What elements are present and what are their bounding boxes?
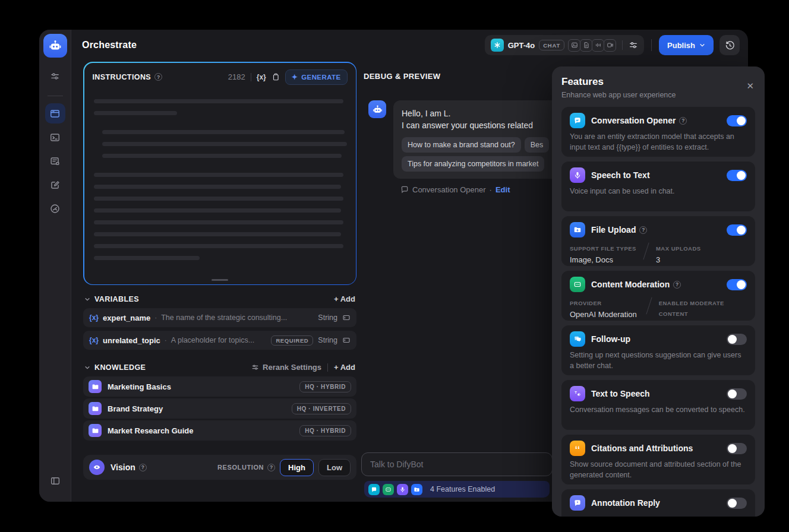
knowledge-row[interactable]: Brand Strategy HQ · INVERTED (83, 398, 356, 419)
chevron-down-icon[interactable] (84, 296, 90, 302)
sidebar (39, 30, 71, 502)
divider (327, 363, 328, 372)
separator: · (154, 314, 157, 322)
model-name: GPT-4o (508, 41, 535, 50)
preferences-icon[interactable] (45, 66, 65, 86)
add-variable-button[interactable]: + Add (334, 294, 355, 303)
variables-title: VARIABLES (94, 295, 139, 303)
variable-type: String (318, 336, 337, 344)
model-mode-badge: CHAT (539, 40, 564, 50)
knowledge-row[interactable]: Market Research Guide HQ · HYBRID (83, 420, 356, 441)
knowledge-badge: HQ · HYBRID (299, 425, 351, 436)
features-subtitle: Enhance web app user experience (561, 91, 755, 99)
suggestion-chip[interactable]: How to make a brand stand out? (402, 137, 521, 153)
publish-button[interactable]: Publish (659, 35, 714, 55)
sparkle-icon: ✦ (292, 74, 298, 81)
vision-capability-icon (568, 39, 580, 52)
chevron-down-icon[interactable] (84, 365, 90, 370)
sidebar-item-orchestrate[interactable] (45, 103, 65, 124)
knowledge-name: Brand Strategy (108, 404, 163, 413)
follow-up-toggle[interactable] (727, 334, 747, 345)
suggestion-chip[interactable]: Bes (525, 137, 550, 153)
knowledge-folder-icon (89, 402, 102, 415)
input-field-icon (342, 314, 351, 322)
sidebar-item-annotations[interactable] (45, 175, 65, 195)
collapse-sidebar-icon[interactable] (45, 471, 65, 491)
speech-to-text-icon (570, 167, 585, 183)
insert-variable-icon[interactable]: {x} (257, 73, 266, 81)
bot-avatar (368, 100, 386, 118)
sidebar-item-monitoring[interactable] (45, 198, 65, 218)
separator: · (165, 336, 167, 344)
resolution-low-button[interactable]: Low (318, 459, 351, 476)
suggestion-chip[interactable]: Tips for analyzing competitors in market (402, 156, 544, 172)
video-capability-icon (604, 39, 616, 52)
sidebar-item-terminal[interactable] (45, 127, 65, 147)
citations-toggle[interactable] (727, 443, 747, 454)
feature-description: Conversation messages can be converted t… (570, 405, 747, 416)
features-summary: 4 Features Enabled (430, 485, 495, 493)
input-field-icon (342, 336, 351, 344)
field-label: ENABLED MODERATE CONTENT (659, 300, 724, 317)
field-label: SUPPORT FILE TYPES (570, 245, 636, 252)
close-icon[interactable]: ✕ (746, 81, 754, 91)
model-capability-icons (569, 39, 616, 52)
app-logo-robot[interactable] (43, 34, 67, 58)
help-icon[interactable] (154, 73, 162, 81)
feature-card-file-upload: File Upload SUPPORT FILE TYPESImage, Doc… (561, 216, 755, 266)
rerank-settings-button[interactable]: Rerank Settings (251, 363, 321, 372)
file-upload-icon (570, 222, 585, 238)
pill-divider (622, 40, 623, 50)
file-upload-toggle[interactable] (727, 224, 747, 236)
help-icon[interactable] (139, 464, 147, 471)
generate-button[interactable]: ✦ GENERATE (285, 69, 348, 85)
configuration-panel: INSTRUCTIONS 2182 {x} ✦ GENERATE (83, 61, 356, 502)
resolution-high-button[interactable]: High (280, 459, 314, 476)
variable-name: unrelated_topic (103, 336, 160, 345)
field-value: Image, Docs (570, 255, 636, 264)
content-moderation-toggle[interactable] (727, 279, 747, 290)
model-selector[interactable]: GPT-4o CHAT (485, 35, 644, 55)
variable-row[interactable]: {x} expert_name · The name of the strate… (83, 308, 356, 327)
opener-caption-label: Conversation Opener (412, 185, 486, 194)
instructions-editor[interactable] (84, 90, 356, 284)
resolution-label: RESOLUTION (217, 464, 264, 471)
conversation-opener-toggle[interactable] (727, 115, 747, 126)
annotation-reply-toggle[interactable] (727, 498, 747, 509)
rerank-label: Rerank Settings (263, 363, 321, 372)
version-history-icon[interactable] (719, 35, 740, 55)
citations-icon (570, 441, 585, 456)
follow-up-icon (570, 331, 585, 347)
variable-row[interactable]: {x} unrelated_topic · A placeholder for … (83, 331, 356, 350)
annotation-reply-icon (570, 495, 585, 511)
help-icon[interactable] (639, 226, 647, 234)
knowledge-badge: HQ · INVERTED (292, 403, 351, 414)
knowledge-header: KNOWLEDGE Rerank Settings + Add (84, 363, 355, 372)
instructions-title: INSTRUCTIONS (93, 73, 152, 81)
help-icon[interactable] (673, 281, 681, 289)
edit-opener-link[interactable]: Edit (496, 185, 510, 194)
help-icon[interactable] (267, 464, 275, 471)
vision-label: Vision (111, 463, 135, 472)
feature-description: Voice input can be used in chat. (570, 186, 747, 197)
feature-title: Content Moderation (591, 280, 670, 289)
audio-capability-icon (592, 39, 604, 52)
enabled-features-tray[interactable]: 4 Features Enabled (364, 481, 550, 498)
variable-description: The name of the strategic consulting... (161, 314, 287, 322)
help-icon[interactable] (679, 117, 687, 125)
knowledge-row[interactable]: Marketing Basics HQ · HYBRID (83, 376, 356, 397)
speech-to-text-toggle[interactable] (727, 170, 747, 181)
text-to-speech-icon: T (570, 386, 585, 401)
resize-handle[interactable] (212, 279, 228, 281)
chat-input[interactable] (361, 452, 553, 476)
slash-divider (646, 297, 652, 315)
content-moderation-mini-icon (383, 484, 394, 495)
feature-card-follow-up: Follow-up Setting up next questions sugg… (561, 325, 755, 375)
sidebar-item-logs[interactable] (45, 151, 65, 171)
copy-icon[interactable] (272, 72, 280, 81)
text-to-speech-toggle[interactable] (727, 388, 747, 400)
model-params-icon[interactable] (629, 40, 638, 50)
feature-description: Show source document and attributed sect… (570, 460, 747, 480)
knowledge-name: Market Research Guide (108, 426, 194, 435)
add-knowledge-button[interactable]: + Add (334, 363, 355, 372)
